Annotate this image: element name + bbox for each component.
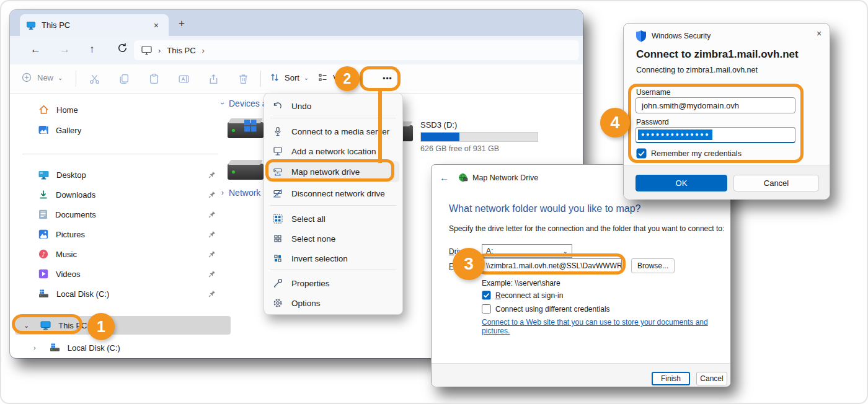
gallery-icon [38, 125, 48, 135]
windows-logo-icon [244, 119, 257, 133]
share-icon[interactable] [208, 73, 219, 85]
address-bar[interactable]: › This PC › [134, 40, 579, 60]
drive-usage-bar [420, 132, 538, 142]
tab-title: This PC [42, 20, 150, 30]
wizard-subheading: Specify the drive letter for the connect… [449, 224, 724, 233]
dialog-app-name: Windows Security [652, 32, 711, 40]
back-icon[interactable]: ← [30, 43, 41, 56]
menu-separator [270, 205, 396, 206]
dialog-title: Connect to zimbra1.mail.ovh.net [636, 48, 799, 61]
cancel-button[interactable]: Cancel [696, 372, 727, 385]
dialog-footer: Finish Cancel [432, 363, 730, 387]
wrench-icon [272, 278, 283, 289]
breadcrumb-chevron-icon: › [202, 46, 205, 55]
select-all-icon [272, 213, 283, 224]
cut-icon[interactable] [89, 73, 100, 85]
reconnect-checkbox-row[interactable]: Reconnect at sign-in [482, 291, 563, 300]
different-credentials-checkbox-row[interactable]: Connect using different credentials [482, 304, 610, 314]
sidebar-item-music[interactable]: ♪ Music [19, 245, 218, 263]
sidebar-item-home[interactable]: Home [19, 100, 218, 119]
svg-text:♪: ♪ [42, 251, 45, 258]
sidebar-item-local-disk-c[interactable]: Local Disk (C:) [19, 284, 218, 303]
checkbox-checked-icon[interactable] [482, 291, 491, 300]
chevron-right-icon[interactable]: › [33, 344, 36, 351]
sidebar-separator [22, 154, 218, 154]
disconnect-network-drive-icon [272, 188, 283, 199]
plus-circle-icon [21, 72, 32, 83]
step2-badge: 2 [335, 66, 360, 91]
step3-badge: 3 [453, 248, 485, 280]
new-tab-button[interactable]: + [179, 17, 185, 30]
connect-web-site-link[interactable]: Connect to a Web site that you can use t… [482, 318, 730, 335]
local-disk-icon [38, 289, 49, 298]
tab-close-icon[interactable]: × [150, 20, 162, 30]
example-text: Example: \\server\share [482, 279, 560, 288]
sort-button[interactable]: Sort ⌄ [269, 72, 309, 83]
menu-item-select-all[interactable]: Select all [267, 209, 399, 229]
copy-icon[interactable] [118, 73, 130, 85]
sidebar-item-documents[interactable]: Documents [19, 205, 218, 224]
screenshot-canvas: This PC × + ← → ↑ › This PC › [0, 0, 868, 404]
new-button-label: New [37, 73, 53, 82]
sort-arrows-icon [269, 72, 280, 83]
cancel-button[interactable]: Cancel [733, 175, 819, 191]
sidebar-item-videos[interactable]: Videos [19, 265, 218, 283]
finish-button[interactable]: Finish [652, 372, 690, 385]
pin-icon [208, 231, 216, 238]
drive-icon [228, 164, 264, 180]
toolbar-divider [76, 71, 76, 87]
pin-icon [208, 250, 216, 258]
dialog-subtitle: Connecting to zimbra1.mail.ovh.net [636, 66, 758, 74]
menu-item-invert-selection[interactable]: Invert selection [267, 248, 399, 268]
ok-button[interactable]: OK [636, 175, 727, 191]
paste-icon[interactable] [148, 73, 160, 85]
menu-item-options[interactable]: Options [267, 293, 399, 313]
step2-connector-line [378, 90, 382, 163]
menu-separator [270, 270, 396, 270]
windows-security-shield-icon [636, 30, 647, 42]
sidebar-item-downloads[interactable]: Downloads [19, 185, 218, 204]
refresh-icon[interactable] [117, 42, 128, 54]
browse-button[interactable]: Browse... [631, 258, 675, 273]
menu-item-select-none[interactable]: Select none [267, 229, 399, 248]
pin-icon [208, 270, 216, 278]
pictures-icon [38, 229, 48, 239]
invert-selection-icon [272, 253, 283, 264]
sidebar-item-pictures[interactable]: Pictures [19, 225, 218, 244]
sidebar-item-desktop[interactable]: Desktop [19, 165, 218, 184]
navigation-bar: ← → ↑ › This PC › [10, 36, 583, 64]
documents-icon [38, 209, 48, 219]
step2-map-network-drive-rect [265, 159, 394, 182]
undo-icon [272, 100, 283, 112]
up-icon[interactable]: ↑ [89, 43, 95, 56]
delete-icon[interactable] [237, 73, 249, 85]
forward-icon[interactable]: → [60, 43, 70, 56]
pin-icon [208, 171, 216, 178]
back-icon[interactable]: ← [440, 172, 449, 183]
breadcrumb-this-pc[interactable]: This PC [167, 46, 195, 55]
tab-this-pc[interactable]: This PC × [20, 14, 169, 36]
videos-icon [38, 269, 48, 279]
new-button[interactable]: New ⌄ [21, 72, 63, 83]
drive-name: SSD3 (D:) [420, 120, 457, 130]
command-bar: New ⌄ Sor [10, 64, 583, 94]
close-icon[interactable]: × [817, 29, 822, 38]
menu-item-properties[interactable]: Properties [267, 273, 399, 293]
chevron-right-icon: › [221, 188, 224, 197]
dialog-footer: OK Cancel [624, 165, 830, 200]
sidebar-item-gallery[interactable]: Gallery [19, 121, 218, 139]
sidebar-item-this-pc-local-disk[interactable]: › Local Disk (C:) [19, 338, 218, 357]
step1-highlight-rect [12, 314, 82, 334]
gear-icon [272, 297, 283, 309]
drive-tile[interactable] [228, 164, 264, 180]
rename-icon[interactable] [178, 73, 190, 85]
network-group-header[interactable]: › Network [221, 188, 260, 198]
sort-button-label: Sort [285, 73, 299, 82]
pin-icon [208, 211, 216, 218]
menu-item-disconnect-network-drive[interactable]: Disconnect network drive [267, 183, 399, 203]
dialog-title: Map Network Drive [472, 173, 538, 182]
step2-highlight-rect [360, 66, 401, 91]
pin-icon [208, 191, 216, 198]
drive-local-disk-tile[interactable] [228, 122, 264, 138]
checkbox-unchecked-icon[interactable] [482, 304, 491, 314]
